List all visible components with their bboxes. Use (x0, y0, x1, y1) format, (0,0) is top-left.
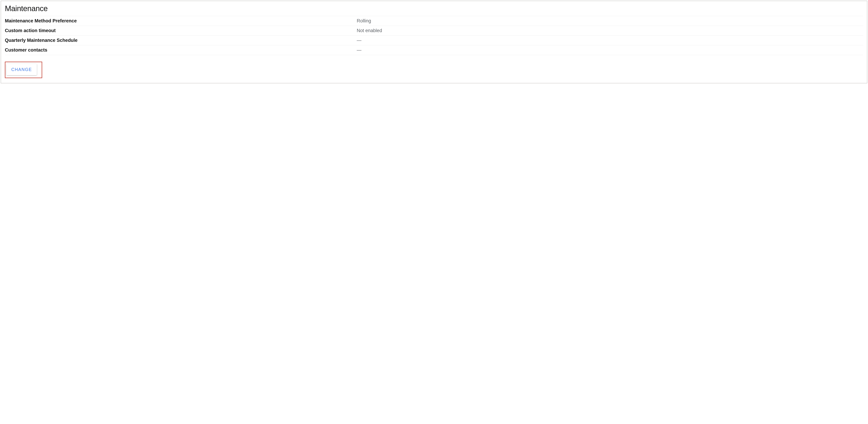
value-custom-action-timeout: Not enabled (357, 26, 863, 36)
change-button[interactable]: CHANGE (6, 64, 37, 75)
change-button-highlight: CHANGE (5, 62, 42, 78)
row-maintenance-method-preference: Maintenance Method Preference Rolling (5, 16, 863, 26)
maintenance-panel: Maintenance Maintenance Method Preferenc… (1, 1, 867, 83)
label-custom-action-timeout: Custom action timeout (5, 26, 357, 36)
label-customer-contacts: Customer contacts (5, 45, 357, 55)
value-maintenance-method-preference: Rolling (357, 16, 863, 26)
label-quarterly-maintenance-schedule: Quarterly Maintenance Schedule (5, 36, 357, 45)
row-custom-action-timeout: Custom action timeout Not enabled (5, 26, 863, 36)
value-quarterly-maintenance-schedule: — (357, 36, 863, 45)
label-maintenance-method-preference: Maintenance Method Preference (5, 16, 357, 26)
row-customer-contacts: Customer contacts — (5, 45, 863, 55)
row-quarterly-maintenance-schedule: Quarterly Maintenance Schedule — (5, 36, 863, 45)
section-title: Maintenance (5, 4, 863, 13)
maintenance-settings-table: Maintenance Method Preference Rolling Cu… (5, 16, 863, 55)
value-customer-contacts: — (357, 45, 863, 55)
